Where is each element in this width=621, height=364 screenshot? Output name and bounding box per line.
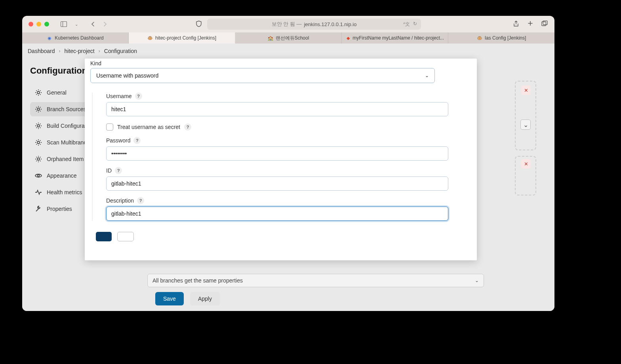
property-strategy-row[interactable]: All branches get the same properties ⌄ — [147, 274, 484, 287]
background-panels: ✕ ⌄ ✕ — [515, 81, 536, 195]
window-minimize[interactable] — [36, 22, 41, 27]
id-label: ID — [106, 167, 112, 174]
modal-cancel-button[interactable] — [117, 232, 134, 241]
help-icon[interactable]: ? — [137, 197, 144, 204]
nav-back-icon[interactable] — [88, 20, 98, 28]
kind-select[interactable]: Username with password ⌄ — [90, 68, 435, 83]
browser-tab-3[interactable]: ◆ myFirstName myLastName / hitec-project… — [342, 32, 448, 44]
pulse-icon — [35, 189, 42, 196]
sidebar-item-label: Properties — [47, 206, 72, 212]
titlebar: ⌄ 보안 안 됨 — jenkins.127.0.0.1.nip.io ᴬ文 ↻ — [22, 16, 554, 32]
browser-tab-2[interactable]: 🏫 랜선에듀School — [235, 32, 342, 44]
sidebar-item-label: General — [47, 89, 67, 96]
share-icon[interactable] — [512, 21, 520, 28]
help-icon[interactable]: ? — [184, 123, 191, 131]
sidebar-item-label: Branch Sources — [47, 106, 86, 112]
favicon-icon: ◉ — [47, 35, 52, 41]
tab-label: Ias Config [Jenkins] — [485, 35, 526, 41]
sidebar-item-label: Health metrics — [47, 189, 82, 195]
chevron-right-icon: › — [59, 48, 61, 54]
password-input[interactable] — [106, 146, 448, 161]
breadcrumb-item[interactable]: hitec-project — [65, 48, 95, 54]
gear-icon — [35, 122, 42, 129]
footer-actions: Save Apply — [155, 292, 220, 305]
privacy-shield-icon[interactable] — [196, 21, 202, 28]
browser-tab-0[interactable]: ◉ Kubernetes Dashboard — [22, 32, 129, 44]
gear-icon — [35, 89, 42, 96]
save-button[interactable]: Save — [155, 292, 184, 305]
remove-button[interactable]: ✕ — [521, 159, 531, 169]
gear-icon — [35, 155, 42, 163]
traffic-lights — [29, 22, 49, 27]
tab-label: Kubernetes Dashboard — [55, 35, 103, 41]
sidebar-menu-chevron-icon[interactable]: ⌄ — [71, 20, 82, 28]
help-icon[interactable]: ? — [115, 167, 122, 174]
username-input[interactable] — [106, 102, 448, 116]
svg-point-7 — [37, 141, 40, 144]
reload-icon[interactable]: ↻ — [413, 21, 417, 28]
tab-strip: ◉ Kubernetes Dashboard 🐵 hitec-project C… — [22, 32, 554, 44]
tab-label: hitec-project Config [Jenkins] — [155, 35, 216, 41]
credentials-modal: Kind Username with password ⌄ Username ? — [85, 59, 477, 260]
jenkins-favicon-icon: 🐵 — [147, 35, 153, 41]
sidebar-toggle-icon[interactable] — [59, 20, 69, 28]
treat-secret-label: Treat username as secret — [117, 124, 180, 130]
apply-button[interactable]: Apply — [190, 292, 220, 305]
row-label: All branches get the same properties — [152, 277, 243, 284]
page: Dashboard › hitec-project › Configuratio… — [22, 44, 554, 311]
bg-card: ✕ — [515, 156, 536, 195]
favicon-icon: 🏫 — [268, 35, 273, 41]
modal-scroll[interactable]: Kind Username with password ⌄ Username ? — [85, 59, 477, 260]
chevron-down-icon: ⌄ — [475, 278, 479, 283]
remove-button[interactable]: ✕ — [521, 85, 531, 95]
gear-icon — [35, 106, 42, 113]
help-icon[interactable]: ? — [133, 137, 141, 144]
treat-secret-checkbox[interactable] — [106, 123, 113, 131]
svg-point-4 — [37, 91, 40, 94]
nav-forward-icon[interactable] — [100, 20, 110, 28]
toolbar-right — [512, 21, 548, 28]
kind-value: Username with password — [96, 72, 158, 79]
breadcrumb-item[interactable]: Configuration — [104, 48, 137, 54]
svg-rect-0 — [61, 22, 67, 27]
gitlab-favicon-icon: ◆ — [346, 35, 350, 41]
new-tab-icon[interactable] — [527, 21, 534, 28]
browser-tab-4[interactable]: 🐵 Ias Config [Jenkins] — [448, 32, 554, 44]
kind-label: Kind — [90, 60, 471, 66]
svg-point-9 — [38, 175, 40, 177]
bg-card: ✕ ⌄ — [515, 81, 536, 150]
svg-point-6 — [37, 125, 40, 127]
svg-point-8 — [37, 158, 40, 160]
id-input[interactable] — [106, 176, 448, 191]
url-security-status: 보안 안 됨 — — [272, 21, 302, 28]
chevron-down-icon: ⌄ — [425, 73, 429, 78]
gear-icon — [35, 139, 42, 146]
tab-label: myFirstName myLastName / hitec-project..… — [352, 35, 444, 41]
url-bar[interactable]: 보안 안 됨 — jenkins.127.0.0.1.nip.io ᴬ文 ↻ — [207, 19, 421, 30]
svg-point-5 — [37, 108, 40, 110]
eye-icon — [35, 172, 42, 179]
window-zoom[interactable] — [44, 22, 49, 27]
tab-label: 랜선에듀School — [276, 35, 309, 42]
password-label: Password — [106, 137, 130, 144]
help-icon[interactable]: ? — [135, 93, 142, 100]
tabs-overview-icon[interactable] — [541, 21, 548, 28]
username-label: Username — [106, 93, 132, 99]
chevron-right-icon: › — [99, 48, 100, 54]
browser-tab-1[interactable]: 🐵 hitec-project Config [Jenkins] — [129, 32, 235, 44]
url-host: jenkins.127.0.0.1.nip.io — [304, 21, 356, 27]
modal-add-button[interactable] — [96, 232, 112, 241]
description-label: Description — [106, 197, 134, 204]
jenkins-favicon-icon: 🐵 — [477, 35, 482, 41]
window-close[interactable] — [29, 22, 33, 27]
svg-rect-3 — [543, 21, 547, 25]
breadcrumb-item[interactable]: Dashboard — [28, 48, 55, 54]
description-input[interactable] — [106, 207, 448, 221]
browser-window: ⌄ 보안 안 됨 — jenkins.127.0.0.1.nip.io ᴬ文 ↻ — [22, 16, 554, 311]
dropdown-chevron-icon[interactable]: ⌄ — [520, 119, 531, 130]
sidebar-item-label: Appearance — [47, 173, 77, 179]
wrench-icon — [35, 205, 42, 212]
breadcrumb: Dashboard › hitec-project › Configuratio… — [22, 44, 554, 59]
svg-rect-2 — [542, 22, 546, 26]
translate-icon[interactable]: ᴬ文 — [403, 21, 410, 28]
